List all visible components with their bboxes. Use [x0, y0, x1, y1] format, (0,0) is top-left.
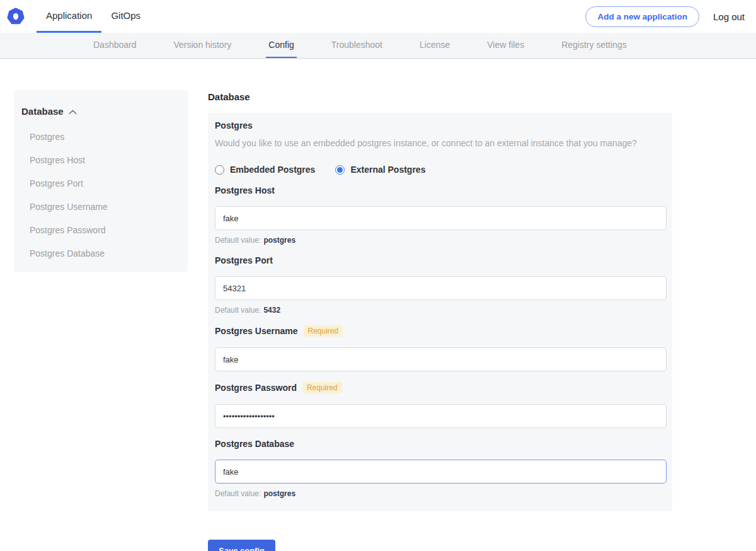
- radio-embedded-postgres-label: Embedded Postgres: [230, 165, 315, 175]
- field-postgres-database: Postgres Database Default value:postgres: [215, 439, 665, 498]
- sidebar-items: Postgres Postgres Host Postgres Port Pos…: [21, 132, 180, 258]
- sidebar-item-postgres-database[interactable]: Postgres Database: [30, 248, 180, 258]
- sidebar-item-postgres-host[interactable]: Postgres Host: [30, 155, 180, 165]
- chevron-up-icon: [69, 106, 77, 117]
- subnav-version-history[interactable]: Version history: [171, 33, 234, 58]
- postgres-port-default: Default value:5432: [215, 306, 665, 315]
- postgres-password-input[interactable]: [215, 404, 667, 428]
- postgres-host-input[interactable]: [215, 206, 667, 230]
- subnav-dashboard[interactable]: Dashboard: [91, 33, 139, 58]
- postgres-host-default: Default value:postgres: [215, 236, 665, 245]
- topbar-right: Add a new application Log out: [585, 0, 745, 33]
- postgres-port-input[interactable]: [215, 276, 667, 300]
- postgres-host-label: Postgres Host: [215, 185, 275, 195]
- subnav-view-files[interactable]: View files: [484, 33, 527, 58]
- sidebar-item-postgres-port[interactable]: Postgres Port: [30, 178, 180, 188]
- tab-application[interactable]: Application: [37, 0, 101, 33]
- config-group-card: Postgres Would you like to use an embedd…: [208, 113, 672, 511]
- postgres-database-label: Postgres Database: [215, 439, 294, 449]
- logout-button[interactable]: Log out: [713, 11, 745, 22]
- required-badge: Required: [302, 382, 342, 393]
- postgres-group-help: Would you like to use an embedded postgr…: [215, 138, 665, 148]
- required-badge: Required: [304, 325, 343, 337]
- subnav-registry-settings[interactable]: Registry settings: [559, 33, 629, 58]
- postgres-group-label: Postgres: [215, 120, 665, 130]
- field-postgres-username: Postgres Username Required: [215, 325, 665, 371]
- top-tabs: Application GitOps: [37, 0, 150, 33]
- radio-embedded-postgres[interactable]: Embedded Postgres: [215, 165, 315, 175]
- postgres-password-label: Postgres Password: [215, 383, 297, 393]
- save-config-button[interactable]: Save config: [208, 540, 275, 551]
- radio-external-postgres-input[interactable]: [335, 165, 345, 175]
- postgres-username-label: Postgres Username: [215, 326, 298, 336]
- field-postgres-port: Postgres Port Default value:5432: [215, 255, 665, 315]
- page-title: Database: [208, 91, 672, 102]
- radio-external-postgres-label: External Postgres: [350, 165, 425, 175]
- postgres-mode-radio-group: Embedded Postgres External Postgres: [215, 165, 665, 175]
- app-logo-icon: [6, 0, 25, 33]
- field-postgres-host: Postgres Host Default value:postgres: [215, 185, 665, 245]
- config-main: Database Postgres Would you like to use …: [208, 91, 672, 551]
- tab-gitops[interactable]: GitOps: [101, 0, 150, 33]
- subnav-troubleshoot[interactable]: Troubleshoot: [329, 33, 385, 58]
- radio-embedded-postgres-input[interactable]: [215, 165, 224, 175]
- subnav-license[interactable]: License: [417, 33, 452, 58]
- sidebar-item-postgres[interactable]: Postgres: [30, 132, 180, 142]
- config-sidebar: Database Postgres Postgres Host Postgres…: [14, 90, 188, 272]
- radio-external-postgres[interactable]: External Postgres: [335, 165, 425, 175]
- add-application-button[interactable]: Add a new application: [585, 6, 699, 27]
- field-postgres-password: Postgres Password Required: [215, 382, 665, 428]
- postgres-database-input[interactable]: [215, 460, 667, 484]
- app-subnav: Dashboard Version history Config Trouble…: [0, 33, 756, 59]
- subnav-config[interactable]: Config: [266, 33, 296, 58]
- sidebar-group-label: Database: [21, 106, 64, 117]
- sidebar-group-database[interactable]: Database: [21, 106, 180, 117]
- sidebar-item-postgres-username[interactable]: Postgres Username: [30, 202, 180, 212]
- postgres-port-label: Postgres Port: [215, 255, 273, 265]
- top-bar: Application GitOps Add a new application…: [0, 0, 756, 33]
- sidebar-item-postgres-password[interactable]: Postgres Password: [30, 225, 180, 235]
- postgres-database-default: Default value:postgres: [215, 489, 665, 498]
- postgres-username-input[interactable]: [215, 347, 667, 371]
